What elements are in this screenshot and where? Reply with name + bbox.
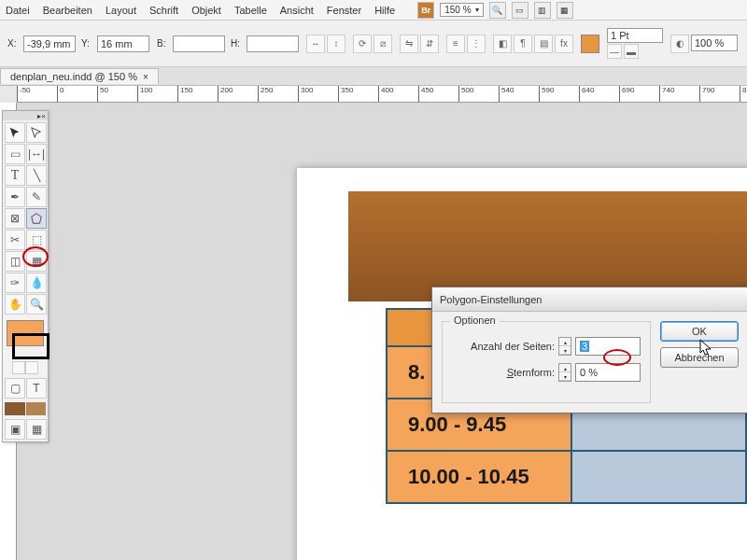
stroke-style-icon[interactable]: —: [607, 44, 622, 59]
line-tool[interactable]: ╲: [26, 165, 47, 186]
note-tool[interactable]: ✑: [5, 273, 25, 293]
star-stepper[interactable]: ▴▾: [558, 363, 571, 382]
distribute-icon[interactable]: ⋮: [467, 35, 486, 53]
table-cell: [571, 451, 746, 503]
screen-mode-icon[interactable]: ▥: [534, 2, 551, 19]
opacity-icon[interactable]: ◐: [670, 35, 689, 53]
menu-bearbeiten[interactable]: Bearbeiten: [43, 5, 92, 16]
shear-icon[interactable]: ⧄: [374, 35, 392, 53]
apply-text-icon[interactable]: T: [26, 378, 47, 399]
brown-swatch-2[interactable]: [26, 402, 47, 415]
ruler-tick: 500: [458, 86, 473, 102]
options-group-label: Optionen: [450, 315, 500, 326]
fill-swatch[interactable]: [581, 35, 599, 53]
view-mode-preview[interactable]: ▦: [26, 419, 47, 440]
wrap-icon[interactable]: ▤: [534, 35, 553, 53]
rotate-icon[interactable]: ⟳: [353, 35, 372, 53]
align-icon[interactable]: ≡: [446, 35, 465, 53]
view-mode-normal[interactable]: ▣: [5, 419, 25, 440]
ruler-tick: -50: [17, 86, 31, 102]
pen-tool[interactable]: ✒: [5, 187, 25, 207]
ruler-tick: 200: [218, 86, 233, 102]
x-field[interactable]: -39,9 mm: [23, 35, 76, 52]
tools-panel[interactable]: ▸× ▭ |↔| T ╲ ✒ ✎ ⊠ ✂ ⬚ ◫ ▦ ✑ 💧 ✋ 🔍 ▢ T ▣…: [2, 110, 49, 442]
ruler-tick: 740: [659, 86, 674, 102]
stroke-weight-field[interactable]: 1 Pt: [607, 28, 663, 43]
bridge-icon[interactable]: Br: [417, 2, 434, 19]
menu-tabelle[interactable]: Tabelle: [234, 5, 267, 16]
h-field[interactable]: [247, 35, 299, 52]
gradient-tool[interactable]: ◫: [5, 251, 25, 272]
ruler-tick: 540: [499, 86, 514, 102]
menu-datei[interactable]: Datei: [6, 5, 30, 16]
scissors-tool[interactable]: ✂: [5, 230, 25, 250]
rectangle-frame-tool[interactable]: ⊠: [5, 208, 25, 229]
menu-hilfe[interactable]: Hilfe: [374, 5, 395, 16]
apply-color-icon[interactable]: ▢: [5, 378, 25, 399]
w-field[interactable]: [173, 35, 225, 52]
free-transform-tool[interactable]: ⬚: [26, 230, 47, 250]
doc-tab-label: denplan_neu.indd @ 150 %: [10, 71, 137, 82]
zoom-level-dropdown[interactable]: 150 %: [440, 3, 483, 17]
menu-bar: Datei Bearbeiten Layout Schrift Objekt T…: [0, 0, 747, 21]
flip-h-icon[interactable]: ⇋: [400, 35, 418, 53]
pencil-tool[interactable]: ✎: [26, 187, 47, 207]
ruler-tick: 640: [579, 86, 594, 102]
effects-icon[interactable]: fx: [555, 35, 573, 53]
view-mode-icon[interactable]: ▭: [512, 2, 529, 19]
close-tab-icon[interactable]: ×: [143, 72, 148, 82]
polygon-settings-dialog[interactable]: Polygon-Einstellungen Optionen Anzahl de…: [431, 287, 747, 413]
ok-button[interactable]: OK: [660, 321, 739, 342]
dialog-title: Polygon-Einstellungen: [432, 287, 747, 312]
ruler-tick: 400: [378, 86, 393, 102]
menu-ansicht[interactable]: Ansicht: [280, 5, 314, 16]
ruler-tick: 150: [177, 86, 192, 102]
document-tabs: denplan_neu.indd @ 150 % ×: [0, 67, 747, 86]
sides-stepper[interactable]: ▴▾: [558, 337, 571, 356]
gap-tool[interactable]: |↔|: [26, 144, 47, 164]
scale-x-icon[interactable]: ↔: [306, 35, 325, 53]
stroke-color-swatch[interactable]: [12, 333, 49, 359]
ruler-tick: 690: [619, 86, 634, 102]
pathfinder-icon[interactable]: ◧: [493, 35, 512, 53]
type-tool[interactable]: T: [5, 165, 25, 186]
sides-field[interactable]: 3: [575, 337, 641, 356]
svg-marker-0: [32, 214, 42, 224]
polygon-tool[interactable]: [26, 208, 47, 229]
star-field[interactable]: 0 %: [575, 363, 641, 382]
selection-tool[interactable]: [5, 122, 25, 143]
menu-layout[interactable]: Layout: [106, 5, 136, 16]
menu-fenster[interactable]: Fenster: [327, 5, 361, 16]
x-label: X:: [7, 38, 21, 49]
hand-tool[interactable]: ✋: [5, 294, 25, 315]
panel-close-icon[interactable]: ×: [41, 112, 46, 120]
swap-colors-icon[interactable]: [25, 361, 38, 374]
w-label: B:: [157, 38, 170, 49]
direct-selection-tool[interactable]: [26, 122, 47, 143]
zoom-tool[interactable]: 🔍: [26, 294, 47, 315]
ruler-tick: 840: [740, 86, 747, 102]
gradient-feather-tool[interactable]: ▦: [26, 251, 47, 272]
y-field[interactable]: 16 mm: [97, 35, 149, 52]
flip-v-icon[interactable]: ⇵: [420, 35, 439, 53]
arrange-icon[interactable]: ▦: [557, 2, 573, 19]
eyedropper-tool[interactable]: 💧: [26, 273, 47, 293]
para-icon[interactable]: ¶: [514, 35, 532, 53]
default-colors-icon[interactable]: [12, 361, 25, 374]
brown-swatch-1[interactable]: [5, 402, 25, 415]
ruler-tick: 250: [258, 86, 273, 102]
search-icon[interactable]: 🔍: [489, 2, 506, 19]
color-theme-row: [3, 400, 48, 417]
menu-objekt[interactable]: Objekt: [191, 5, 221, 16]
scale-y-icon[interactable]: ↕: [327, 35, 345, 53]
menu-schrift[interactable]: Schrift: [149, 5, 178, 16]
cancel-button[interactable]: Abbrechen: [660, 347, 739, 368]
ruler-tick: 0: [57, 86, 63, 102]
ruler-tick: 590: [539, 86, 554, 102]
opacity-field[interactable]: 100 %: [691, 35, 738, 51]
stroke-align-icon[interactable]: ▬: [624, 44, 639, 59]
sides-label: Anzahl der Seiten:: [471, 341, 555, 352]
page-tool[interactable]: ▭: [5, 144, 25, 164]
h-label: H:: [231, 38, 244, 49]
doc-tab[interactable]: denplan_neu.indd @ 150 % ×: [0, 68, 159, 84]
